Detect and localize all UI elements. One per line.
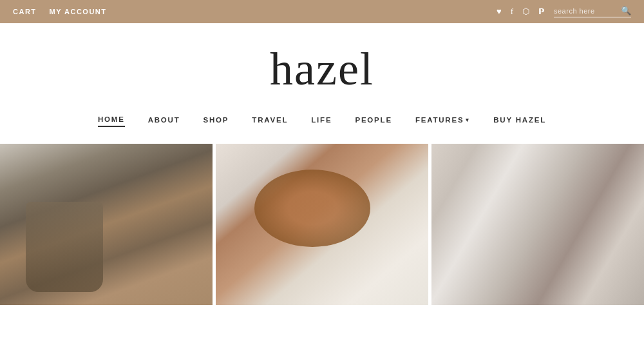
search-wrapper: 🔍 (554, 6, 631, 17)
heart-icon[interactable]: ♥ (497, 6, 502, 17)
nav-features[interactable]: FEATURES ▾ (415, 116, 470, 126)
search-button[interactable]: 🔍 (621, 6, 631, 15)
site-header: hazel (0, 23, 644, 109)
nav-shop[interactable]: SHOP (204, 116, 229, 126)
nav-travel[interactable]: TRAVEL (252, 116, 288, 126)
image-col-fashion[interactable] (431, 144, 644, 305)
nav-life[interactable]: LIFE (311, 116, 332, 126)
features-label: FEATURES ▾ (415, 116, 470, 124)
facebook-icon[interactable]: f (511, 6, 513, 17)
image-col-car[interactable] (0, 144, 213, 305)
nav-people[interactable]: PEOPLE (355, 116, 392, 126)
instagram-icon[interactable]: ⬡ (522, 6, 529, 17)
nav-about[interactable]: ABOUT (148, 116, 180, 126)
pinterest-icon[interactable]: 𝗣 (538, 6, 545, 17)
cart-link[interactable]: CART (13, 8, 37, 15)
nav-home[interactable]: HOME (98, 115, 125, 127)
hat-image (216, 144, 428, 305)
main-nav: HOME ABOUT SHOP TRAVEL LIFE PEOPLE FEATU… (0, 109, 644, 137)
fashion-image (431, 144, 644, 305)
site-title[interactable]: hazel (270, 43, 374, 96)
image-grid (0, 144, 644, 305)
top-bar-left: CART My AccOUNT (13, 8, 107, 15)
top-bar: CART My AccOUNT ♥ f ⬡ 𝗣 🔍 (0, 0, 644, 23)
car-image (0, 144, 213, 305)
search-input[interactable] (554, 7, 618, 15)
top-bar-right: ♥ f ⬡ 𝗣 🔍 (497, 6, 631, 17)
image-col-hat[interactable] (216, 144, 428, 305)
dropdown-arrow-icon: ▾ (466, 117, 470, 123)
nav-buy-hazel[interactable]: BUY HAZEL (493, 116, 546, 126)
my-account-link[interactable]: My AccOUNT (50, 8, 107, 15)
